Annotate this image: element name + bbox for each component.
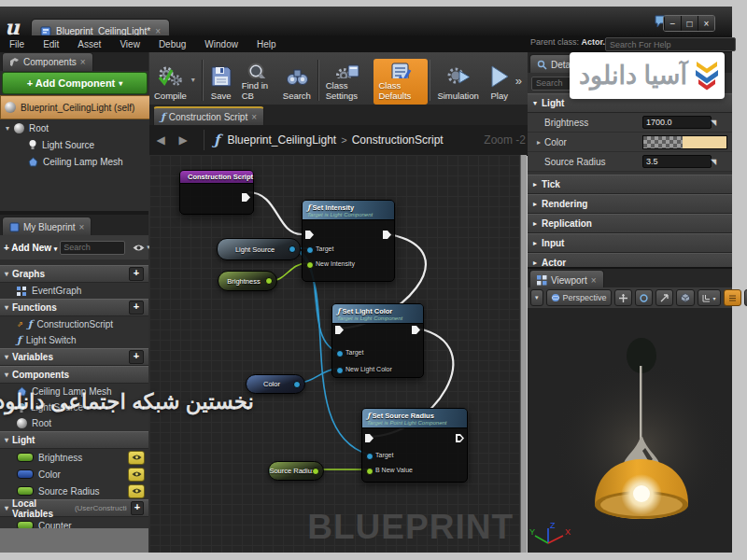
struct-output-pin[interactable] xyxy=(293,381,301,388)
tree-item-root[interactable]: ▾ Root xyxy=(0,119,148,136)
list-item-light-source[interactable]: Light Source xyxy=(0,399,148,415)
exec-input-pin[interactable] xyxy=(335,326,344,334)
exec-input-pin[interactable] xyxy=(305,231,314,239)
b-new-value-pin[interactable] xyxy=(366,468,374,475)
component-self-row[interactable]: Blueprint_CeilingLight (self) xyxy=(0,95,153,119)
menu-file[interactable]: File xyxy=(0,39,34,49)
details-section-input[interactable]: ▸ Input xyxy=(528,233,732,253)
nav-forward-button[interactable]: ▶ xyxy=(172,129,194,151)
section-local-variables[interactable]: ▾ Local Variables (UserConstructionScr + xyxy=(0,499,148,517)
menu-asset[interactable]: Asset xyxy=(68,39,110,49)
pill-source-radius[interactable]: Source Radius xyxy=(268,461,324,481)
list-item-eventgraph[interactable]: EventGraph xyxy=(0,283,148,299)
tab-my-blueprint[interactable]: My Blueprint × xyxy=(2,217,92,236)
add-local-variable-button[interactable]: + xyxy=(131,501,144,515)
breadcrumb-root[interactable]: Blueprint_CeilingLight xyxy=(227,133,336,147)
target-pin[interactable] xyxy=(366,453,374,460)
perspective-button[interactable]: Perspective xyxy=(546,289,612,306)
pill-light-source[interactable]: Light Source xyxy=(217,238,301,260)
list-item-light-switch[interactable]: ƒ Light Switch xyxy=(0,332,148,348)
list-item-color[interactable]: Color xyxy=(0,466,148,483)
compile-options-caret[interactable]: ▾ xyxy=(191,59,200,105)
list-item-source-radius[interactable]: Source Radius xyxy=(0,483,148,499)
my-blueprint-tab-close-icon[interactable]: × xyxy=(79,222,85,232)
search-button[interactable]: Search xyxy=(278,59,316,105)
exec-output-pin[interactable] xyxy=(456,434,464,442)
class-settings-button[interactable]: Class Settings xyxy=(321,59,374,105)
section-light[interactable]: ▾ Light xyxy=(0,431,148,449)
tab-components[interactable]: Components × xyxy=(2,52,93,71)
menu-help[interactable]: Help xyxy=(247,39,286,49)
help-search-input[interactable] xyxy=(605,37,736,51)
exec-output-pin[interactable] xyxy=(383,231,391,239)
object-output-pin[interactable] xyxy=(289,245,296,253)
tree-item-light-source[interactable]: Light Source xyxy=(0,136,148,153)
exec-output-pin[interactable] xyxy=(242,193,250,202)
section-components[interactable]: ▾ Components xyxy=(0,366,148,384)
exec-output-pin[interactable] xyxy=(412,326,420,334)
my-blueprint-search-input[interactable] xyxy=(60,241,125,255)
target-pin[interactable] xyxy=(306,246,314,254)
close-button[interactable]: × xyxy=(698,16,714,31)
color-expander-icon[interactable]: ▸ xyxy=(537,138,541,147)
details-section-tick[interactable]: ▸ Tick xyxy=(528,175,732,194)
pill-brightness[interactable]: Brightness xyxy=(218,271,277,291)
brightness-value-input[interactable] xyxy=(642,116,712,129)
section-graphs[interactable]: ▾ Graphs + xyxy=(0,265,148,283)
viewport-options-button[interactable]: ▾ xyxy=(530,289,543,306)
snap-toggle-button[interactable]: ▾ xyxy=(698,289,721,306)
visibility-eye-toggle[interactable] xyxy=(128,484,145,498)
section-functions[interactable]: ▾ Functions + xyxy=(0,299,148,316)
maximize-button[interactable]: □ xyxy=(681,16,698,31)
menu-view[interactable]: View xyxy=(110,39,149,49)
move-tool-button[interactable] xyxy=(614,289,632,306)
drag-corner-icon[interactable]: ◥ xyxy=(711,159,717,165)
preview-viewport[interactable]: Z Y X xyxy=(528,308,732,553)
scale-tool-button[interactable] xyxy=(655,289,673,306)
play-button[interactable]: Play xyxy=(484,59,515,105)
tree-item-ceiling-lamp-mesh[interactable]: Ceiling Lamp Mesh xyxy=(0,153,148,170)
grid-snap-value-button[interactable]: 10▾ xyxy=(744,289,747,306)
visibility-eye-toggle[interactable] xyxy=(128,468,145,482)
color-swatch[interactable] xyxy=(642,135,727,149)
tab-viewport[interactable]: Viewport × xyxy=(529,270,604,289)
visibility-eye-toggle[interactable] xyxy=(128,451,145,465)
blueprint-graph-canvas[interactable]: BLUEPRINT Construction Script ƒ Set Inte… xyxy=(149,155,527,553)
node-set-source-radius[interactable]: ƒ Set Source Radius Target is Point Ligh… xyxy=(361,408,468,483)
list-item-ceiling-lamp-mesh[interactable]: Ceiling Lamp Mesh xyxy=(0,384,148,399)
details-search-input[interactable] xyxy=(531,77,681,91)
compile-button[interactable]: Compile xyxy=(149,59,191,105)
rotate-tool-button[interactable] xyxy=(635,289,653,306)
list-item-brightness[interactable]: Brightness xyxy=(0,449,148,466)
simulation-button[interactable]: Simulation xyxy=(432,59,483,105)
components-tab-close-icon[interactable]: × xyxy=(80,57,86,67)
add-graph-button[interactable]: + xyxy=(129,267,144,281)
save-button[interactable]: Save xyxy=(205,59,237,105)
list-item-constructionscript[interactable]: ⇗ƒ ConstructionScript xyxy=(0,316,148,332)
details-section-rendering[interactable]: ▸ Rendering xyxy=(528,194,732,214)
new-intensity-pin[interactable] xyxy=(306,261,314,269)
pill-color[interactable]: Color xyxy=(246,374,305,394)
new-light-color-pin[interactable] xyxy=(336,367,344,374)
list-item-root[interactable]: Root xyxy=(0,415,148,431)
find-in-cb-button[interactable]: Find in CB xyxy=(237,59,278,105)
menu-window[interactable]: Window xyxy=(195,39,247,49)
drag-corner-icon[interactable]: ◥ xyxy=(711,119,717,126)
coordinate-space-button[interactable] xyxy=(676,289,695,306)
section-variables[interactable]: ▾ Variables + xyxy=(0,348,148,366)
tab-construction-script[interactable]: ƒ Construction Script × xyxy=(153,106,264,126)
source-radius-value-input[interactable] xyxy=(642,155,712,168)
details-section-replication[interactable]: ▸ Replication xyxy=(528,214,732,233)
add-component-button[interactable]: + Add Component ▾ xyxy=(2,72,148,94)
grid-snap-button[interactable] xyxy=(724,289,741,306)
exec-input-pin[interactable] xyxy=(365,434,374,442)
add-function-button[interactable]: + xyxy=(129,301,144,315)
tab-details[interactable]: Details xyxy=(529,54,587,74)
viewport-tab-close-icon[interactable]: × xyxy=(591,275,597,286)
class-defaults-button[interactable]: Class Defaults xyxy=(374,59,427,105)
expand-arrow-icon[interactable]: ▾ xyxy=(6,124,9,133)
toolbar-overflow-chevrons[interactable]: » xyxy=(515,74,528,105)
target-pin[interactable] xyxy=(336,350,344,357)
nav-back-button[interactable]: ◀ xyxy=(149,129,172,151)
menu-debug[interactable]: Debug xyxy=(149,39,195,49)
